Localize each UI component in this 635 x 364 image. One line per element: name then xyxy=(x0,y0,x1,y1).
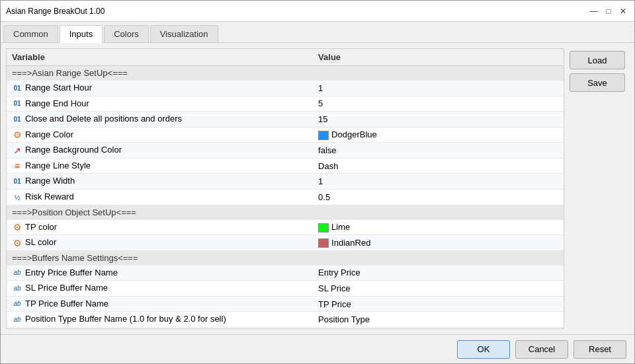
side-panel: Load Save xyxy=(570,48,629,329)
table-row[interactable]: abSL Price Buffer Name SL Price xyxy=(7,281,564,297)
section-header: ===>Position Object SetUp<=== xyxy=(7,205,564,219)
main-panel: Variable Value ===>Asian Range SetUp<===… xyxy=(6,48,564,329)
variable-label: Close and Delete all positions and order… xyxy=(25,114,182,124)
value-cell[interactable]: IndianRed xyxy=(313,235,564,251)
text-icon: ab xyxy=(12,314,22,325)
value-cell[interactable]: 1 xyxy=(313,81,564,96)
tab-inputs[interactable]: Inputs xyxy=(60,25,103,43)
table-row[interactable]: 01Range End Hour 5 xyxy=(7,96,564,112)
variable-cell: ⚙Range Color xyxy=(7,127,313,143)
table-row[interactable]: 01Range Start Hour 1 xyxy=(7,81,564,96)
number-icon: 01 xyxy=(12,98,22,109)
variable-label: SL Price Buffer Name xyxy=(25,283,108,293)
variable-label: Range Start Hour xyxy=(25,83,92,92)
table-row[interactable]: ===>Buffers Name Settings<=== xyxy=(7,250,564,265)
variable-cell: abSL Price Buffer Name xyxy=(7,281,313,297)
variable-label: Range Color xyxy=(25,129,73,139)
title-bar: Asian Range BreakOut 1.00 — □ ✕ xyxy=(1,1,634,22)
reset-button[interactable]: Reset xyxy=(573,340,626,359)
minimize-button[interactable]: — xyxy=(588,5,600,17)
value-cell[interactable]: TP Price xyxy=(313,296,564,312)
value-cell[interactable]: Entry Price xyxy=(313,265,564,281)
variable-cell: ↗Range Background Color xyxy=(7,143,313,159)
ok-button[interactable]: OK xyxy=(457,340,510,359)
tab-bar: Common Inputs Colors Visualization xyxy=(1,22,634,43)
table-row[interactable]: ½Risk Reward 0.5 xyxy=(7,189,564,205)
cell-value: Dash xyxy=(318,161,338,171)
variable-label: Entry Price Buffer Name xyxy=(25,268,118,277)
close-button[interactable]: ✕ xyxy=(617,5,629,17)
text-icon: ab xyxy=(12,299,22,309)
text-icon: ab xyxy=(12,283,22,294)
variable-cell: abEntry Price Buffer Name xyxy=(7,265,313,281)
color-swatch xyxy=(318,223,329,233)
value-cell[interactable]: false xyxy=(313,143,564,159)
cell-value: 1 xyxy=(318,83,323,93)
gear-icon: ⚙ xyxy=(12,222,22,233)
variable-label: Range End Hour xyxy=(25,98,89,108)
variable-cell: 01Range Width xyxy=(7,174,313,190)
value-cell[interactable]: SL Price xyxy=(313,281,564,297)
variable-cell: ⚙SL color xyxy=(7,235,313,251)
table-row[interactable]: ⚙Range Color DodgerBlue xyxy=(7,127,564,143)
table-row[interactable]: ⚙TP color Lime xyxy=(7,219,564,235)
variables-table: Variable Value ===>Asian Range SetUp<===… xyxy=(7,49,564,328)
variable-cell: 01Close and Delete all positions and ord… xyxy=(7,112,313,127)
window-controls: — □ ✕ xyxy=(588,5,629,17)
table-row[interactable]: ===>Position Object SetUp<=== xyxy=(7,205,564,219)
number-icon: 01 xyxy=(12,176,22,187)
window-title: Asian Range BreakOut 1.00 xyxy=(6,7,105,16)
cell-value: Entry Price xyxy=(318,268,360,277)
table-row[interactable]: abTP Price Buffer Name TP Price xyxy=(7,296,564,312)
value-cell[interactable]: Lime xyxy=(313,219,564,235)
table-row[interactable]: ≡Range Line Style Dash xyxy=(7,158,564,174)
color-value: Lime xyxy=(331,222,350,232)
maximize-button[interactable]: □ xyxy=(603,5,614,17)
color-value: IndianRed xyxy=(331,238,370,248)
value-cell[interactable]: 1 xyxy=(313,174,564,190)
variable-label: Range Width xyxy=(25,176,75,186)
gear-icon: ⚙ xyxy=(12,129,22,140)
variable-cell: abPosition Type Buffer Name (1.0 for buy… xyxy=(7,312,313,328)
variable-cell: 01Range Start Hour xyxy=(7,81,313,96)
cancel-button[interactable]: Cancel xyxy=(515,340,568,359)
lines-icon: ≡ xyxy=(12,161,22,171)
value-cell[interactable]: DodgerBlue xyxy=(313,127,564,143)
footer: OK Cancel Reset xyxy=(1,334,634,363)
table-row[interactable]: abEntry Price Buffer Name Entry Price xyxy=(7,265,564,281)
value-cell[interactable]: Position Type xyxy=(313,312,564,328)
table-row[interactable]: 01Close and Delete all positions and ord… xyxy=(7,112,564,127)
table-row[interactable]: ===>Asian Range SetUp<=== xyxy=(7,66,564,81)
text-icon: ab xyxy=(12,268,22,278)
number-icon: 01 xyxy=(12,83,22,94)
value-cell[interactable]: 15 xyxy=(313,112,564,127)
tab-common[interactable]: Common xyxy=(3,25,58,42)
table-row[interactable]: 01Range Width 1 xyxy=(7,174,564,190)
gear-icon: ⚙ xyxy=(12,238,22,248)
value-cell[interactable]: 5 xyxy=(313,96,564,112)
save-button[interactable]: Save xyxy=(570,73,625,92)
tab-colors[interactable]: Colors xyxy=(104,25,149,42)
cell-value: 15 xyxy=(318,114,327,124)
variable-cell: ⚙TP color xyxy=(7,219,313,235)
variable-label: TP Price Buffer Name xyxy=(25,299,108,309)
tab-visualization[interactable]: Visualization xyxy=(150,25,218,42)
cell-value: SL Price xyxy=(318,283,351,293)
color-swatch xyxy=(318,238,329,248)
cell-value: false xyxy=(318,145,336,155)
cell-value: 0.5 xyxy=(318,192,330,202)
table-row[interactable]: abPosition Type Buffer Name (1.0 for buy… xyxy=(7,312,564,328)
variable-cell: ≡Range Line Style xyxy=(7,158,313,174)
color-swatch xyxy=(318,131,329,140)
number-icon: 01 xyxy=(12,114,22,125)
variable-cell: abTP Price Buffer Name xyxy=(7,296,313,312)
table-row[interactable]: ↗Range Background Color false xyxy=(7,143,564,159)
col-header-value: Value xyxy=(313,49,564,66)
load-button[interactable]: Load xyxy=(570,51,625,69)
section-header: ===>Asian Range SetUp<=== xyxy=(7,66,564,81)
color-value: DodgerBlue xyxy=(331,129,377,139)
cell-value: TP Price xyxy=(318,299,351,309)
value-cell[interactable]: 0.5 xyxy=(313,189,564,205)
table-row[interactable]: ⚙SL color IndianRed xyxy=(7,235,564,251)
value-cell[interactable]: Dash xyxy=(313,158,564,174)
